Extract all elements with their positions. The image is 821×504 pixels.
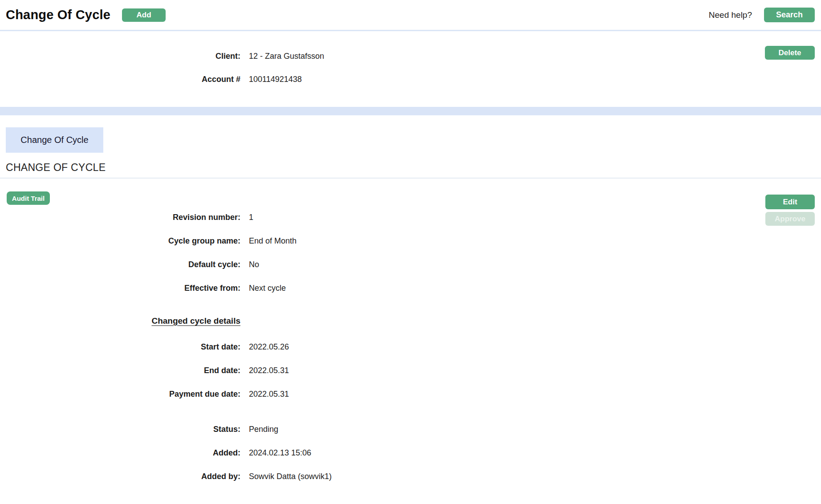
field-label: Default cycle: xyxy=(0,260,240,269)
change-of-cycle-detail: Audit Trail Edit Approve Revision number… xyxy=(0,179,821,488)
client-value: 12 - Zara Gustafsson xyxy=(249,52,324,61)
account-value: 100114921438 xyxy=(249,75,302,84)
tab-strip: Change Of Cycle xyxy=(0,115,821,155)
tab-change-of-cycle[interactable]: Change Of Cycle xyxy=(6,127,103,153)
client-info-section: Client: 12 - Zara Gustafsson Account # 1… xyxy=(0,31,821,107)
field-label: Effective from: xyxy=(0,284,240,293)
blue-divider-band xyxy=(0,107,821,115)
search-button[interactable]: Search xyxy=(764,8,815,22)
field-row-payment-due-date: Payment due date: 2022.05.31 xyxy=(0,382,821,406)
field-row-added-by: Added by: Sowvik Datta (sowvik1) xyxy=(0,465,821,488)
field-label: Status: xyxy=(0,425,240,434)
client-label: Client: xyxy=(0,52,240,61)
field-value: 1 xyxy=(249,213,253,222)
field-value: No xyxy=(249,260,259,269)
field-row-end-date: End date: 2022.05.31 xyxy=(0,359,821,382)
subsection-heading-row: Changed cycle details xyxy=(0,309,821,333)
field-row-effective-from: Effective from: Next cycle xyxy=(0,276,821,300)
edit-button[interactable]: Edit xyxy=(765,195,815,209)
need-help-link[interactable]: Need help? xyxy=(709,10,752,20)
main-fields: Revision number: 1 Cycle group name: End… xyxy=(0,206,821,300)
account-row: Account # 100114921438 xyxy=(0,68,821,91)
field-label: Revision number: xyxy=(0,213,240,222)
client-row: Client: 12 - Zara Gustafsson xyxy=(0,45,821,68)
page-header: Change Of Cycle Add Need help? Search xyxy=(0,0,821,31)
field-value: 2022.05.31 xyxy=(249,366,289,375)
field-row-added: Added: 2024.02.13 15:06 xyxy=(0,441,821,465)
added-timestamp: 2024.02.13 15:06 xyxy=(249,448,311,458)
field-label: Cycle group name: xyxy=(0,236,240,246)
field-label: End date: xyxy=(0,366,240,375)
audit-trail-button[interactable]: Audit Trail xyxy=(7,191,50,205)
changed-cycle-details-heading: Changed cycle details xyxy=(0,316,240,326)
delete-button[interactable]: Delete xyxy=(765,46,815,60)
field-row-default-cycle: Default cycle: No xyxy=(0,253,821,276)
action-buttons: Edit Approve xyxy=(765,195,815,226)
meta-fields: Status: Pending Added: 2024.02.13 15:06 … xyxy=(0,418,821,488)
page-title: Change Of Cycle xyxy=(6,8,110,22)
field-value: End of Month xyxy=(249,236,297,246)
field-row-status: Status: Pending xyxy=(0,418,821,441)
field-label: Added by: xyxy=(0,472,240,481)
changed-cycle-fields: Start date: 2022.05.26 End date: 2022.05… xyxy=(0,335,821,406)
field-label: Start date: xyxy=(0,342,240,352)
field-row-cycle-group-name: Cycle group name: End of Month xyxy=(0,229,821,253)
field-label: Added: xyxy=(0,448,240,458)
field-label: Payment due date: xyxy=(0,390,240,399)
account-label: Account # xyxy=(0,75,240,84)
added-by-value: Sowvik Datta (sowvik1) xyxy=(249,472,332,481)
section-title: CHANGE OF CYCLE xyxy=(0,162,821,174)
approve-button-disabled[interactable]: Approve xyxy=(765,212,815,226)
field-value: Next cycle xyxy=(249,284,286,293)
status-value: Pending xyxy=(249,425,278,434)
field-row-start-date: Start date: 2022.05.26 xyxy=(0,335,821,359)
add-button[interactable]: Add xyxy=(122,8,166,22)
field-row-revision-number: Revision number: 1 xyxy=(0,206,821,229)
field-value: 2022.05.31 xyxy=(249,390,289,399)
field-value: 2022.05.26 xyxy=(249,342,289,352)
header-right: Need help? Search xyxy=(709,8,815,22)
